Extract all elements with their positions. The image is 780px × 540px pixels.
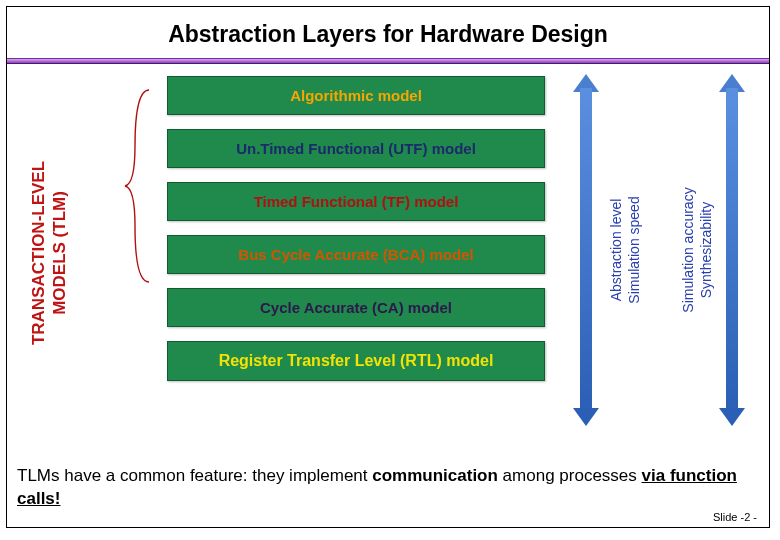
arrow-abstraction-speed — [577, 78, 595, 422]
model-tf: Timed Functional (TF) model — [167, 182, 545, 221]
slide-number: Slide -2 - — [713, 511, 757, 523]
right-axis-line2: Synthesizability — [697, 202, 713, 299]
label-accuracy-synth: Simulation accuracy Synthesizability — [680, 187, 715, 312]
tlm-vertical-label: TRANSACTION-LEVEL MODELS (TLM) — [28, 161, 71, 345]
model-rtl: Register Transfer Level (RTL) model — [167, 341, 545, 381]
footer-note: TLMs have a common feature: they impleme… — [17, 465, 759, 511]
footer-bold-communication: communication — [372, 466, 498, 485]
diagram-area: TRANSACTION-LEVEL MODELS (TLM) Algorithm… — [7, 64, 769, 442]
model-ca: Cycle Accurate (CA) model — [167, 288, 545, 327]
grouping-bracket — [121, 86, 151, 284]
arrow-body — [580, 88, 592, 412]
model-bca: Bus Cycle Accurate (BCA) model — [167, 235, 545, 274]
left-axis-line1: Abstraction level — [608, 199, 624, 302]
model-stack: Algorithmic model Un.Timed Functional (U… — [167, 76, 545, 381]
label-abstraction-speed: Abstraction level Simulation speed — [608, 196, 643, 303]
tlm-line1: TRANSACTION-LEVEL — [29, 161, 48, 345]
model-utf: Un.Timed Functional (UTF) model — [167, 129, 545, 168]
arrow-down-icon — [719, 408, 745, 426]
right-axis-line1: Simulation accuracy — [680, 187, 696, 312]
arrow-body — [726, 88, 738, 412]
model-algorithmic: Algorithmic model — [167, 76, 545, 115]
left-axis-line2: Simulation speed — [625, 196, 641, 303]
slide-title: Abstraction Layers for Hardware Design — [7, 7, 769, 58]
tlm-line2: MODELS (TLM) — [50, 191, 69, 315]
footer-part2: among processes — [498, 466, 642, 485]
arrow-accuracy-synth — [723, 78, 741, 422]
arrow-down-icon — [573, 408, 599, 426]
slide-frame: Abstraction Layers for Hardware Design T… — [6, 6, 770, 528]
footer-part1: TLMs have a common feature: they impleme… — [17, 466, 372, 485]
